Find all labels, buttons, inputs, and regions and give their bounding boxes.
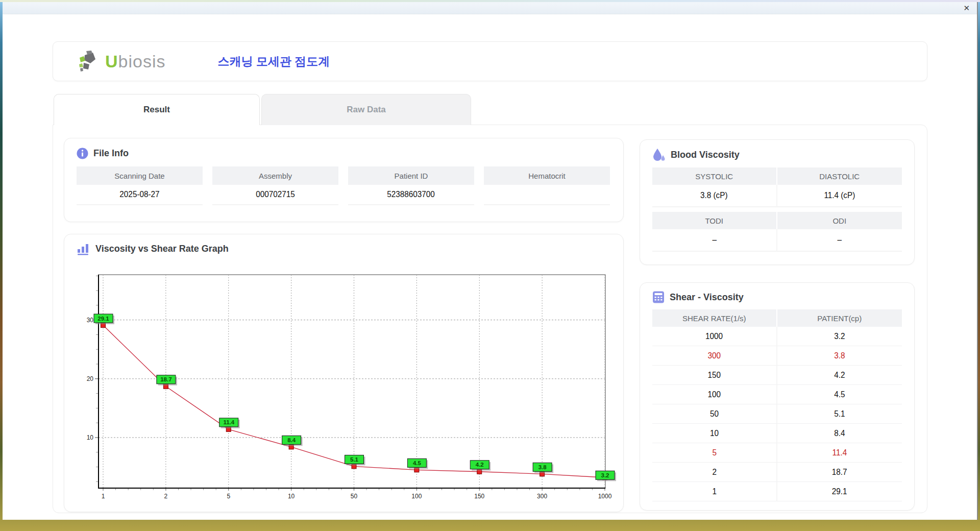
patient-value: 4.2 bbox=[834, 370, 845, 380]
graph-title: Viscosity vs Shear Rate Graph bbox=[95, 244, 229, 254]
bar-chart-icon bbox=[77, 243, 90, 255]
table-row: 50 5.1 bbox=[652, 404, 902, 424]
tab-raw-data[interactable]: Raw Data bbox=[261, 94, 471, 125]
shear-rate-value: 1000 bbox=[705, 331, 723, 342]
svg-text:3.2: 3.2 bbox=[601, 472, 609, 478]
odi-value: – bbox=[837, 235, 842, 245]
patient-value: 3.8 bbox=[834, 351, 845, 361]
svg-text:3.8: 3.8 bbox=[538, 464, 547, 470]
table-row: 100 4.5 bbox=[652, 385, 902, 404]
svg-text:30: 30 bbox=[87, 317, 94, 324]
svg-text:1000: 1000 bbox=[598, 493, 612, 500]
file-info-title: File Info bbox=[93, 148, 129, 159]
shear-rate-value: 150 bbox=[707, 370, 721, 380]
blood-viscosity-table: SYSTOLIC DIASTOLIC 3.8 (cP) 11.4 (cP) TO… bbox=[652, 167, 902, 252]
ubiosis-logo-icon bbox=[78, 51, 102, 72]
patient-column-header: PATIENT(cp) bbox=[777, 309, 902, 327]
close-icon[interactable]: ✕ bbox=[963, 4, 970, 13]
field-value: 2025-08-27 bbox=[119, 189, 159, 200]
patient-value: 29.1 bbox=[832, 487, 847, 497]
diastolic-value: 11.4 (cP) bbox=[824, 190, 855, 201]
svg-text:5.1: 5.1 bbox=[350, 456, 359, 463]
shear-rate-value: 10 bbox=[710, 428, 719, 439]
svg-text:10: 10 bbox=[288, 493, 295, 500]
field-label: Scanning Date bbox=[77, 166, 203, 185]
odi-header: ODI bbox=[777, 212, 902, 229]
shear-rate-column-header: SHEAR RATE(1/s) bbox=[652, 309, 777, 327]
table-row: 1 29.1 bbox=[652, 482, 902, 501]
diastolic-header: DIASTOLIC bbox=[777, 167, 902, 185]
svg-text:100: 100 bbox=[411, 493, 422, 500]
table-row: 5 11.4 bbox=[652, 443, 902, 463]
shear-viscosity-title: Shear - Viscosity bbox=[670, 292, 744, 303]
field-assembly: Assembly 000702715 bbox=[212, 166, 338, 205]
systolic-value: 3.8 (cP) bbox=[700, 190, 728, 201]
blood-viscosity-card: Blood Viscosity SYSTOLIC DIASTOLIC 3.8 (… bbox=[640, 139, 915, 265]
svg-text:150: 150 bbox=[474, 493, 484, 500]
shear-rate-value: 50 bbox=[710, 409, 719, 419]
systolic-header: SYSTOLIC bbox=[652, 167, 777, 185]
info-icon bbox=[77, 148, 88, 159]
shear-rate-value: 100 bbox=[707, 390, 721, 400]
field-value: 000702715 bbox=[256, 189, 295, 200]
svg-text:1: 1 bbox=[102, 493, 105, 500]
field-hematocrit: Hematocrit bbox=[484, 166, 610, 205]
todi-header: TODI bbox=[652, 212, 777, 229]
patient-value: 3.2 bbox=[834, 331, 845, 342]
patient-value: 8.4 bbox=[834, 428, 845, 439]
ubiosis-logo: Ubiosis bbox=[78, 51, 166, 72]
field-value: 52388603700 bbox=[387, 189, 435, 200]
file-info-card: File Info Scanning Date 2025-08-27 Assem… bbox=[64, 138, 624, 222]
todi-value: – bbox=[712, 235, 717, 245]
field-label: Patient ID bbox=[348, 166, 474, 185]
viscosity-graph-card: Viscosity vs Shear Rate Graph 1020301251… bbox=[64, 234, 624, 512]
shear-rate-value: 1 bbox=[712, 487, 717, 497]
field-patient-id: Patient ID 52388603700 bbox=[348, 166, 474, 205]
svg-text:11.4: 11.4 bbox=[223, 419, 234, 425]
svg-text:18.7: 18.7 bbox=[160, 376, 172, 382]
svg-text:2: 2 bbox=[164, 493, 168, 500]
blood-drops-icon bbox=[652, 148, 666, 161]
window-titlebar: ✕ bbox=[3, 2, 977, 14]
svg-text:29.1: 29.1 bbox=[97, 316, 109, 322]
svg-text:4.5: 4.5 bbox=[413, 460, 422, 466]
table-row: 2 18.7 bbox=[652, 463, 902, 482]
patient-value: 4.5 bbox=[834, 390, 845, 400]
svg-text:300: 300 bbox=[537, 493, 547, 500]
shear-rate-value: 2 bbox=[712, 467, 717, 477]
patient-value: 5.1 bbox=[834, 409, 845, 419]
svg-text:10: 10 bbox=[87, 434, 94, 441]
table-row: 1000 3.2 bbox=[652, 327, 902, 346]
svg-text:5: 5 bbox=[227, 493, 230, 500]
viscosity-chart: 1020301251050100150300100029.118.711.48.… bbox=[64, 265, 624, 513]
page-title: 스캐닝 모세관 점도계 bbox=[218, 54, 330, 69]
field-label: Hematocrit bbox=[484, 166, 610, 185]
svg-text:50: 50 bbox=[351, 493, 358, 500]
svg-text:8.4: 8.4 bbox=[287, 437, 296, 443]
field-label: Assembly bbox=[212, 166, 338, 185]
table-row: 10 8.4 bbox=[652, 424, 902, 443]
shear-viscosity-card: Shear - Viscosity SHEAR RATE(1/s) PATIEN… bbox=[640, 282, 915, 511]
shear-rate-value: 300 bbox=[707, 351, 721, 361]
logo-text: Ubiosis bbox=[105, 52, 166, 71]
field-scanning-date: Scanning Date 2025-08-27 bbox=[77, 166, 203, 205]
tab-result[interactable]: Result bbox=[54, 94, 260, 125]
shear-rate-value: 5 bbox=[712, 448, 717, 458]
shear-viscosity-table: SHEAR RATE(1/s) PATIENT(cp) 1000 3.2 300… bbox=[652, 309, 902, 501]
svg-text:20: 20 bbox=[87, 375, 94, 382]
patient-value: 18.7 bbox=[832, 467, 847, 477]
patient-value: 11.4 bbox=[832, 448, 847, 458]
blood-viscosity-title: Blood Viscosity bbox=[671, 150, 740, 160]
svg-text:4.2: 4.2 bbox=[476, 462, 484, 468]
app-header: Ubiosis 스캐닝 모세관 점도계 bbox=[53, 41, 927, 81]
table-row: 150 4.2 bbox=[652, 366, 902, 385]
table-row: 300 3.8 bbox=[652, 346, 902, 366]
calculator-icon bbox=[652, 291, 665, 303]
